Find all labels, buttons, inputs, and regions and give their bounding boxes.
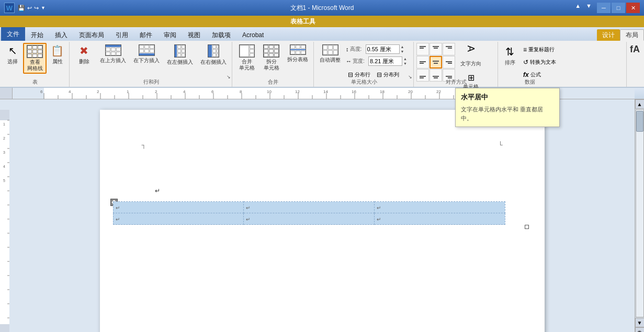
delete-icon: ✖ bbox=[80, 44, 88, 57]
convert-to-text-button[interactable]: ↺ 转换为文本 bbox=[521, 56, 558, 68]
align-middle-right[interactable] bbox=[443, 56, 455, 68]
align-top-left[interactable] bbox=[416, 43, 429, 55]
group-data-label: 数据 bbox=[499, 78, 561, 86]
gridlines-icon bbox=[27, 45, 43, 58]
split-cells-button[interactable]: 拆分单元格 bbox=[259, 43, 283, 73]
split-table-icon bbox=[290, 44, 306, 55]
scroll-track[interactable] bbox=[636, 109, 644, 317]
split-table-button[interactable]: 拆分表格 bbox=[284, 43, 311, 65]
maximize-button[interactable]: □ bbox=[612, 3, 625, 13]
tab-view[interactable]: 视图 bbox=[182, 29, 206, 41]
close-button[interactable]: ✕ bbox=[626, 3, 640, 13]
tab-review[interactable]: 审阅 bbox=[158, 29, 182, 41]
fa-button[interactable]: fA bbox=[630, 44, 640, 55]
tab-mail[interactable]: 邮件 bbox=[134, 29, 158, 41]
up-arrow-icon[interactable]: ▲ bbox=[575, 3, 581, 13]
tab-references[interactable]: 引用 bbox=[110, 29, 134, 41]
width-down-icon[interactable]: ▼ bbox=[403, 61, 407, 66]
cell-size-expand[interactable]: ↘ bbox=[408, 74, 412, 79]
scroll-down-button[interactable]: ▼ bbox=[635, 318, 645, 327]
menu-tabs: 文件 开始 插入 页面布局 引用 邮件 审阅 视图 加载项 Acrobat 设计… bbox=[0, 27, 644, 41]
redo-icon[interactable]: ↪ bbox=[34, 5, 39, 12]
insert-below-button[interactable]: 在下方插入 bbox=[130, 43, 163, 66]
table-cell-1-1[interactable]: ↵ bbox=[113, 202, 244, 213]
table-resize-handle[interactable] bbox=[525, 225, 529, 229]
tab-page-layout[interactable]: 页面布局 bbox=[73, 29, 110, 41]
scroll-up-button[interactable]: ▲ bbox=[635, 99, 645, 109]
tab-table-layout[interactable]: 布局 bbox=[620, 29, 644, 41]
height-up-icon[interactable]: ▲ bbox=[401, 44, 404, 49]
ribbon-group-cell-size: 自动调整 ↕ 高度: ▲ ▼ ↔ 宽度: bbox=[314, 42, 414, 87]
width-row: ↔ 宽度: ▲ ▼ bbox=[346, 56, 407, 66]
corner-mark-tl: ┐ bbox=[142, 141, 146, 148]
minimize-button[interactable]: ─ bbox=[597, 3, 611, 13]
text-direction-icon: A bbox=[466, 45, 476, 59]
svg-text:2: 2 bbox=[97, 89, 99, 94]
svg-text:4: 4 bbox=[3, 165, 5, 168]
repeat-header-button[interactable]: ≡ 重复标题行 bbox=[521, 44, 558, 55]
height-row: ↕ 高度: ▲ ▼ bbox=[346, 44, 407, 54]
table-cell-2-2[interactable]: ↵ bbox=[244, 213, 375, 225]
dropdown-icon[interactable]: ▼ bbox=[41, 5, 46, 10]
ruler-corner[interactable] bbox=[0, 88, 13, 99]
table-row-2: ↵ ↵ ↵ bbox=[113, 213, 505, 225]
properties-icon: 📋 bbox=[51, 44, 64, 57]
tab-design[interactable]: 设计 bbox=[597, 29, 620, 41]
scroll-thumb[interactable] bbox=[636, 111, 643, 132]
tab-insert[interactable]: 插入 bbox=[49, 29, 73, 41]
height-down-icon[interactable]: ▼ bbox=[401, 49, 404, 54]
svg-rect-4 bbox=[446, 46, 452, 47]
text-direction-button[interactable]: A 文字方向 bbox=[457, 44, 484, 69]
select-browse-button[interactable]: ◉ bbox=[635, 327, 645, 332]
gridlines-button[interactable]: 查看网格线 bbox=[23, 43, 47, 74]
tab-home[interactable]: 开始 bbox=[25, 29, 49, 41]
auto-adjust-button[interactable]: 自动调整 bbox=[317, 43, 344, 65]
table-cell-2-3[interactable]: ↵ bbox=[374, 213, 505, 225]
svg-rect-14 bbox=[433, 76, 439, 77]
insert-left-button[interactable]: 在左侧插入 bbox=[164, 43, 196, 67]
merge-cells-button[interactable]: 合并单元格 bbox=[235, 43, 258, 73]
tab-file[interactable]: 文件 bbox=[1, 27, 25, 41]
svg-rect-16 bbox=[446, 76, 452, 77]
height-input[interactable] bbox=[366, 44, 400, 54]
undo-icon[interactable]: ↩ bbox=[27, 5, 32, 12]
align-top-center[interactable] bbox=[430, 43, 442, 55]
save-icon[interactable]: 💾 bbox=[18, 5, 25, 12]
insert-right-button[interactable]: 在右侧插入 bbox=[197, 43, 230, 67]
document-canvas[interactable]: ┐ └ ↵ ↵ ↵ bbox=[9, 99, 635, 332]
distribute-rows-icon: ⊟ bbox=[348, 71, 353, 78]
tab-acrobat[interactable]: Acrobat bbox=[236, 29, 269, 41]
insert-above-button[interactable]: 在上方插入 bbox=[97, 43, 129, 66]
svg-rect-12 bbox=[420, 76, 426, 77]
rows-cols-expand[interactable]: ↘ bbox=[227, 74, 231, 79]
tab-addins[interactable]: 加载项 bbox=[206, 29, 236, 41]
svg-rect-9 bbox=[434, 63, 438, 64]
table-cell-2-1[interactable]: ↵ bbox=[113, 213, 244, 225]
svg-rect-11 bbox=[448, 63, 452, 64]
group-rows-cols-label: 行和列 bbox=[70, 78, 232, 86]
align-middle-center[interactable] bbox=[430, 56, 442, 68]
table-cell-1-3[interactable]: ↵ bbox=[374, 202, 505, 213]
win-controls: ▲ ▼ ─ □ ✕ bbox=[575, 3, 640, 13]
quick-access[interactable]: 💾 ↩ ↪ ▼ bbox=[18, 5, 46, 12]
svg-text:2: 2 bbox=[155, 89, 157, 94]
width-input[interactable] bbox=[368, 56, 402, 66]
down-arrow-icon[interactable]: ▼ bbox=[586, 3, 592, 13]
distribute-cols-icon: ⊟ bbox=[377, 71, 382, 78]
table-cell-1-2[interactable]: ↵ bbox=[244, 202, 375, 213]
svg-rect-0 bbox=[420, 46, 426, 47]
convert-text-label: 转换为文本 bbox=[530, 59, 556, 66]
delete-button[interactable]: ✖ 删除 bbox=[72, 43, 96, 67]
select-button[interactable]: ↖ 选择 bbox=[3, 43, 22, 67]
title-left: W 💾 ↩ ↪ ▼ bbox=[4, 3, 46, 13]
split-cells-icon bbox=[263, 44, 279, 58]
align-middle-left[interactable] bbox=[416, 56, 429, 68]
ribbon-group-alignment: A 文字方向 ⊞ 单元格边距 对齐方式 bbox=[414, 42, 498, 87]
align-top-right[interactable] bbox=[443, 43, 455, 55]
sort-button[interactable]: ⇅ 排序 bbox=[501, 44, 519, 68]
properties-button[interactable]: 📋 属性 bbox=[48, 43, 67, 67]
vertical-scrollbar: ▲ ▼ ◉ ◀ ▶ bbox=[635, 99, 644, 332]
repeat-header-icon: ≡ bbox=[523, 46, 527, 53]
width-up-icon[interactable]: ▲ bbox=[403, 56, 407, 61]
corner-mark-tr: └ bbox=[498, 141, 503, 148]
